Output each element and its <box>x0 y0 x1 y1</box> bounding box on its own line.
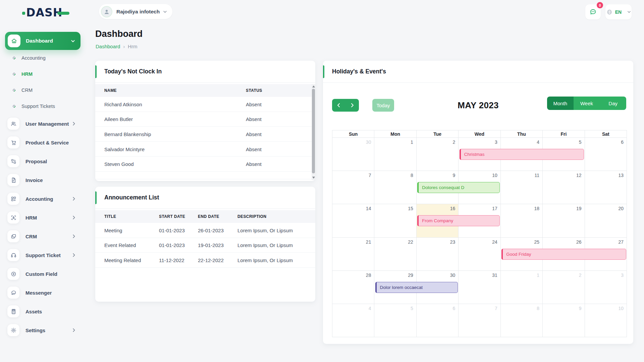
calendar-day-cell[interactable]: 9 <box>543 304 585 337</box>
sidebar-item-label: Product & Service <box>25 140 69 145</box>
calendar-day-cell[interactable]: 11 <box>501 171 543 204</box>
calendar-view-switcher: MonthWeekDay <box>547 97 626 110</box>
column-header-end-date: END DATE <box>198 210 219 223</box>
breadcrumb-dashboard-link[interactable]: Dashboard <box>96 44 120 49</box>
sidebar-item-label: HRM <box>25 215 37 221</box>
sidebar-item-user-management[interactable]: User Management <box>0 114 95 133</box>
scroll-up-icon[interactable] <box>312 85 315 87</box>
calendar-day-cell[interactable]: 14 <box>332 204 374 237</box>
calendar-day-cell[interactable]: 28 <box>332 271 374 304</box>
home-icon <box>8 35 20 47</box>
top-bar: DASH Rajodiya infotech 0 EN <box>0 0 644 23</box>
calendar-day-cell[interactable]: 7 <box>459 304 500 337</box>
calendar-day-cell[interactable]: 22 <box>374 238 416 271</box>
day-number: 4 <box>537 139 539 145</box>
calendar-day-cell[interactable]: 12 <box>543 171 585 204</box>
cell-end-date: 19-01-2023 <box>198 242 224 248</box>
logo-dash-icon <box>57 12 69 15</box>
calendar-day-cell[interactable]: 2 <box>543 271 585 304</box>
messages-button[interactable]: 0 <box>585 4 601 19</box>
calendar-event-christmas[interactable]: Christmas <box>460 149 584 160</box>
calendar-day-cell[interactable]: 30 <box>332 138 374 171</box>
clockin-card: Today's Not Clock In NAME STATUS Richard… <box>95 61 315 181</box>
calendar-day-cell[interactable]: 19 <box>543 204 585 237</box>
calendar-day-cell[interactable]: 21 <box>332 238 374 271</box>
calendar-day-cell[interactable]: 5 <box>374 304 416 337</box>
sidebar-item-custom-field[interactable]: Custom Field <box>0 264 95 283</box>
card-accent-bar <box>95 65 97 78</box>
sidebar-item-settings[interactable]: Settings <box>0 321 95 340</box>
sidebar-item-label: Accounting <box>25 196 53 202</box>
sidebar-subitem-accounting[interactable]: Accounting <box>0 50 95 66</box>
table-row: Meeting01-01-202326-01-2023Lorem Ipsum, … <box>95 223 315 238</box>
table-scrollbar[interactable] <box>312 84 315 180</box>
sidebar-item-support-ticket[interactable]: Support Ticket <box>0 246 95 264</box>
calendar-event-good-friday[interactable]: Good Friday <box>501 249 626 260</box>
day-number: 11 <box>535 173 540 178</box>
sidebar-item-assets[interactable]: Assets <box>0 302 95 321</box>
day-number: 2 <box>452 139 455 145</box>
day-number: 25 <box>534 239 540 245</box>
day-number: 8 <box>537 306 539 311</box>
sidebar-item-proposal[interactable]: Proposal <box>0 152 95 171</box>
view-button-day[interactable]: Day <box>600 97 626 110</box>
chevron-right-icon <box>72 122 76 126</box>
sidebar-item-label: CRM <box>25 234 37 239</box>
company-selector[interactable]: Rajodiya infotech <box>99 4 172 19</box>
table-row: Aileen ButlerAbsent <box>95 112 315 127</box>
calendar-event-dolor-lorem-occaecat[interactable]: Dolor lorem occaecat <box>375 282 458 293</box>
calendar-day-cell[interactable]: 20 <box>585 204 627 237</box>
sidebar-item-dashboard[interactable]: Dashboard <box>5 32 80 50</box>
breadcrumb-current: Hrm <box>128 44 137 49</box>
scroll-down-icon[interactable] <box>312 177 315 179</box>
cell-status: Absent <box>246 116 262 122</box>
sidebar-subitem-support-tickets[interactable]: Support Tickets <box>0 98 95 114</box>
sidebar-subitem-crm[interactable]: CRM <box>0 82 95 98</box>
sidebar-item-hrm[interactable]: HRM <box>0 208 95 227</box>
chevron-right-icon <box>72 328 76 332</box>
calendar-day-cell[interactable]: 6 <box>417 304 459 337</box>
day-number: 5 <box>579 139 582 145</box>
column-header-status: STATUS <box>246 84 262 97</box>
view-button-month[interactable]: Month <box>547 97 574 110</box>
day-number: 24 <box>492 239 497 245</box>
day-number: 27 <box>618 239 624 245</box>
calendar-day-cell[interactable]: 13 <box>585 171 627 204</box>
calendar-day-cell[interactable]: 1 <box>374 138 416 171</box>
sidebar-item-crm[interactable]: CRM <box>0 227 95 246</box>
calendar-day-cell[interactable]: 8 <box>501 304 543 337</box>
subitem-label: Accounting <box>21 55 46 61</box>
calendar-day-cell[interactable]: 1 <box>501 271 543 304</box>
calendar-event-dolores-consequat-d[interactable]: Dolores consequat D <box>417 182 500 193</box>
sidebar-subitem-hrm[interactable]: HRM <box>0 66 95 82</box>
view-button-week[interactable]: Week <box>574 97 600 110</box>
scrollbar-thumb[interactable] <box>312 89 315 173</box>
calendar-day-cell[interactable]: 4 <box>332 304 374 337</box>
breadcrumb: Dashboard › Hrm <box>96 44 137 49</box>
calendar-day-cell[interactable]: 15 <box>374 204 416 237</box>
sidebar-item-messenger[interactable]: Messenger <box>0 283 95 302</box>
calendar-day-cell[interactable]: 31 <box>459 271 500 304</box>
calendar-day-cell[interactable]: 23 <box>417 238 459 271</box>
sidebar-item-invoice[interactable]: Invoice <box>0 171 95 189</box>
calendar-grid: SunMonTueWedThuFriSat 301234567891011121… <box>332 130 627 337</box>
calendar-day-cell[interactable]: 24 <box>459 238 500 271</box>
cell-name: Richard Atkinson <box>104 101 142 107</box>
calendar-day-cell[interactable]: 7 <box>332 171 374 204</box>
day-number: 10 <box>618 306 624 311</box>
sidebar-item-product-service[interactable]: Product & Service <box>0 133 95 152</box>
column-header-description: DESCRIPTION <box>237 210 266 223</box>
calendar-day-cell[interactable]: 6 <box>585 138 627 171</box>
dashboard-subnav: AccountingHRMCRMSupport Tickets <box>0 50 95 114</box>
calendar-day-cell[interactable]: 3 <box>585 271 627 304</box>
day-number: 29 <box>408 273 413 278</box>
day-number: 15 <box>408 206 413 211</box>
language-selector[interactable]: EN <box>605 4 632 19</box>
day-number: 31 <box>492 273 497 278</box>
calendar-day-cell[interactable]: 8 <box>374 171 416 204</box>
calendar-day-cell[interactable]: 18 <box>501 204 543 237</box>
calendar-day-cell[interactable]: 10 <box>585 304 627 337</box>
calendar-day-cell[interactable]: 2 <box>417 138 459 171</box>
calendar-event-from-company[interactable]: From Company <box>417 215 500 226</box>
sidebar-item-accounting[interactable]: Accounting <box>0 189 95 208</box>
